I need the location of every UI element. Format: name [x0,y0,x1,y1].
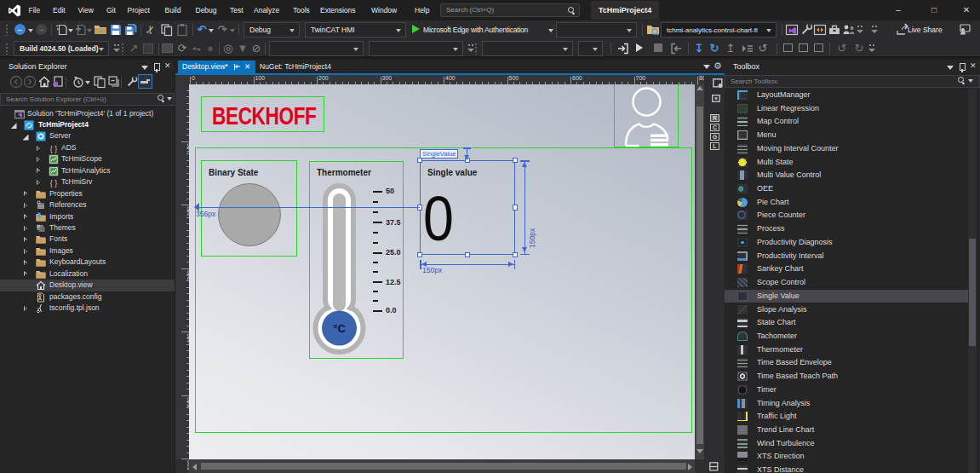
minimize-button[interactable]: – [885,0,911,20]
toolbox-item-single-value[interactable]: Single Value [725,290,968,303]
tree-item-imports[interactable]: Imports [0,211,175,223]
toolbox-item-pie-chart[interactable]: Pie Chart [725,196,968,210]
new-project-icon[interactable] [55,23,69,37]
tree-item-localization[interactable]: Localization [0,268,175,280]
tree-item-tchmiproject4[interactable]: TcHmiProject4 [0,119,175,131]
build-combo[interactable]: Build 4024.50 (Loaded) [14,41,109,56]
binary-state-circle[interactable] [218,183,281,246]
box-import-icon[interactable] [799,43,808,52]
tree-item-tchmianalytics[interactable]: TcHmiAnalytics [0,165,175,177]
pin-icon[interactable] [958,62,966,72]
save-all-icon[interactable] [124,23,138,37]
tab-close-icon[interactable]: ✕ [244,61,250,73]
start-debug-icon[interactable] [412,25,420,33]
tree-expand-icon[interactable] [22,214,29,221]
toolbar-overflow-icon[interactable] [857,26,863,35]
navigate-back-icon[interactable]: ← [14,24,26,35]
tree-expand-icon[interactable] [22,260,29,267]
pin-icon[interactable] [152,62,161,72]
drop-icon[interactable]: ▼ [236,42,249,55]
se-sync-icon[interactable] [93,75,108,90]
save-icon[interactable] [109,23,123,37]
se-pending-caret-icon[interactable] [85,81,90,84]
menu-analyze[interactable]: Analyze [254,0,279,20]
hscroll-left-icon[interactable] [192,464,197,470]
toolbox-item-scope-control[interactable]: Scope Control [725,276,968,290]
selection-handle[interactable] [513,205,519,211]
window-switch-icon[interactable] [813,23,827,37]
menu-view[interactable]: View [78,0,94,20]
toolbox-item-moving-interval-counter[interactable]: Moving Interval Counter [725,142,968,156]
vscroll-up-icon[interactable] [696,86,703,90]
toolbox-item-process[interactable]: Process [725,222,968,236]
menu-edit[interactable]: Edit [53,0,66,20]
tree-collapse-icon[interactable] [10,122,17,129]
designer-btn-r-icon[interactable]: R [710,114,719,122]
toolbox-header[interactable]: Toolbox ✕ [725,60,980,74]
toolbar-overflow-icon[interactable] [871,26,878,35]
login-icon[interactable] [616,42,630,55]
rotate-left-icon[interactable]: ↺ [835,42,849,55]
tree-expand-icon[interactable] [35,156,42,163]
maximize-button[interactable]: □ [921,0,947,20]
toolbox-item-oee[interactable]: OEE [725,182,968,196]
se-search-input[interactable]: Search Solution Explorer (Ctrl+ü) [0,93,175,106]
copy-icon[interactable] [160,23,174,37]
menu-build[interactable]: Build [165,0,181,20]
refresh-icon[interactable]: ⟳ [175,42,189,55]
tab-list-icon[interactable] [703,65,710,69]
toolbox-item-layoutmanager[interactable]: LayoutManager [725,89,968,102]
toolbar-grip[interactable] [121,43,124,55]
search-icon[interactable] [567,6,576,14]
selection-handle[interactable] [513,252,519,258]
tree-item-images[interactable]: Images [0,245,175,257]
run-target-label[interactable]: Microsoft Edge with Authentication [423,26,528,34]
undo-icon[interactable]: ↶ [195,23,209,37]
rt-icon[interactable] [143,43,153,54]
hscroll-thumb[interactable] [201,463,686,470]
empty-combo-2[interactable] [269,41,364,56]
toolbox-item-multi-value-control[interactable]: Multi Value Control [725,169,968,182]
selection-handle[interactable] [465,252,471,258]
empty-combo-3[interactable] [369,41,463,56]
tree-item-properties[interactable]: Properties [0,188,175,200]
menu-window[interactable]: Window [371,0,397,20]
user-control-box[interactable] [614,84,679,147]
logo-box[interactable]: BECKHOFF [201,96,324,132]
se-search-icon[interactable] [157,94,165,102]
close-panel-icon[interactable]: ✕ [164,61,171,70]
tree-item-solution-tchmiproject4-1-of-1-project-[interactable]: Solution 'TcHmiProject4' (1 of 1 project… [0,108,175,120]
box-archive-icon[interactable] [814,43,823,52]
tree-expand-icon[interactable] [22,225,29,232]
empty-combo-1[interactable] [556,22,637,37]
redo-caret-icon[interactable] [230,29,235,32]
tab-desktop-view[interactable]: Desktop.view* ✕ [178,61,255,73]
toolbar-overflow-icon[interactable] [467,44,474,54]
tree-expand-icon[interactable] [22,248,29,255]
tree-item-tchmisrv[interactable]: { }TcHmiSrv [0,176,175,188]
navigate-forward-icon[interactable]: → [36,24,47,35]
menu-help[interactable]: Help [415,0,429,20]
toolbox-item-slope-analysis[interactable]: Slope Analysis [725,303,968,317]
toolbox-search-input[interactable]: Search Toolbox [725,75,980,88]
eye-off-icon[interactable]: ⊘ [249,42,263,55]
tab-nuget[interactable]: NuGet: TcHmiProject4 [255,61,335,73]
toolbox-item-traffic-light[interactable]: Traffic Light [725,410,968,424]
tree-expand-icon[interactable] [22,202,29,209]
wand-icon[interactable]: ⥊ [190,42,203,55]
tab-options-gear-icon[interactable]: ⚙ [714,61,722,72]
loop-icon[interactable]: ↺ [756,42,770,55]
toolbar-grip[interactable] [474,43,478,55]
toolbox-item-xts-direction[interactable]: XTS Direction [725,450,968,464]
cut-icon[interactable]: ✂ [142,21,160,39]
add-item-icon[interactable] [74,23,88,37]
wrench-icon[interactable] [799,23,813,37]
solution-explorer-header[interactable]: Solution Explorer ✕ [0,60,175,74]
open-folder-icon[interactable] [94,23,107,37]
tree-item-references[interactable]: References [0,199,175,211]
paste-icon[interactable] [175,23,189,37]
toolbar-grip[interactable] [5,43,9,55]
tree-expand-icon[interactable] [22,237,29,244]
design-canvas[interactable]: BECKHOFF Binary State Thermometer °C [189,84,695,459]
close-button[interactable]: ✕ [954,0,979,20]
